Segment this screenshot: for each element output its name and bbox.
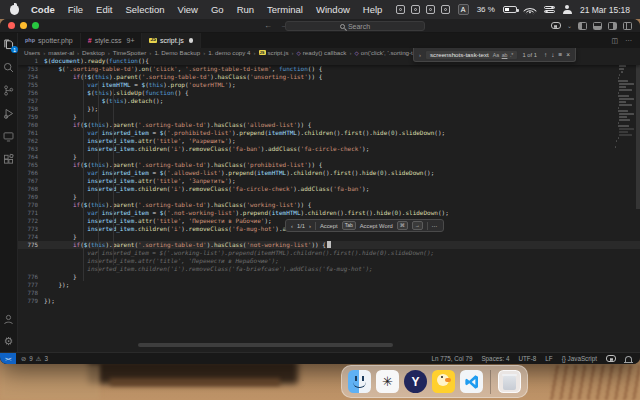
code-line[interactable]: 755 var itemHTML = $(this).prop('outerHT… — [18, 81, 640, 89]
menubar-clock[interactable]: 21 Mar 15:18 — [580, 5, 630, 15]
accept-word-button[interactable]: Accept Word — [360, 223, 393, 229]
code-line[interactable]: 767 inserted_item.attr('title', 'Запрети… — [18, 177, 640, 185]
status-spaces[interactable]: Spaces: 4 — [481, 355, 509, 362]
find-in-selection-icon[interactable]: ≡ — [558, 51, 562, 58]
close-find-icon[interactable]: × — [566, 51, 570, 58]
toggle-primary-sidebar-icon[interactable] — [578, 22, 587, 30]
dock-item-vscode[interactable] — [460, 370, 483, 393]
code-line[interactable]: 776 } — [18, 273, 640, 281]
suggestion-more-icon[interactable]: ⋯ — [432, 223, 438, 229]
tab-script.js[interactable]: JSscript.js — [142, 33, 201, 48]
toggle-secondary-sidebar-icon[interactable] — [608, 22, 617, 30]
code-line[interactable]: 760 if($(this).parent('.sorting-table-td… — [18, 121, 640, 129]
dock-item-trash[interactable] — [498, 370, 521, 393]
activity-search-icon[interactable] — [2, 61, 15, 74]
code-line[interactable]: 769 } — [18, 193, 640, 201]
more-actions-icon[interactable]: ⋯ — [625, 37, 632, 45]
breadcrumb-item[interactable]: master-al — [40, 49, 74, 56]
close-window-button[interactable] — [8, 22, 15, 29]
menubar-app-icon-2[interactable] — [411, 5, 420, 14]
modified-dot-icon[interactable] — [189, 38, 194, 43]
code-line[interactable]: 758 }); — [18, 105, 640, 113]
menu-go[interactable]: Go — [211, 4, 224, 15]
wifi-icon[interactable] — [525, 5, 536, 14]
control-center-icon[interactable] — [544, 5, 555, 14]
menu-terminal[interactable]: Terminal — [267, 4, 303, 15]
breadcrumb-item[interactable]: Desktop — [74, 49, 105, 56]
breadcrumb-item[interactable]: JSscript.js — [251, 49, 289, 56]
breadcrumb-item[interactable]: 1. demo copy 4 — [200, 49, 250, 56]
code-line[interactable]: 768 inserted_item.children('i').removeCl… — [18, 185, 640, 193]
code-line[interactable]: 764 } — [18, 153, 640, 161]
code-line[interactable]: inserted_item.children('i').removeClass(… — [18, 265, 640, 273]
dock-item-finder[interactable] — [348, 370, 371, 393]
horizontal-scrollbar[interactable] — [138, 343, 393, 347]
tab-style.css[interactable]: #style.css9+ — [81, 33, 143, 48]
activity-remote-explorer-icon[interactable] — [2, 130, 15, 143]
code-line[interactable]: 754 if(!$(this).parent('.sorting-table-t… — [18, 73, 640, 81]
toggle-replace-chevron-icon[interactable]: › — [419, 52, 421, 58]
status-ln[interactable]: Ln 775, Col 79 — [431, 355, 472, 362]
code-line[interactable]: 762 inserted_item.attr('title', 'Разреши… — [18, 137, 640, 145]
code-line[interactable]: 775 if($(this).parent('.sorting-table-td… — [18, 241, 640, 249]
copilot-icon[interactable] — [551, 22, 561, 29]
activity-source-control-icon[interactable] — [2, 84, 15, 97]
regex-icon[interactable]: .* — [510, 52, 513, 58]
menu-view[interactable]: View — [178, 4, 198, 15]
code-line[interactable]: 753 $('.sorting-table-td').on('click', '… — [18, 65, 640, 73]
activity-accounts-icon[interactable] — [2, 313, 15, 326]
menu-help[interactable]: Help — [363, 4, 383, 15]
copilot-chevron-icon[interactable]: ⌄ — [567, 22, 572, 29]
status-[interactable]: {} JavaScript — [562, 355, 597, 362]
user-switch-icon[interactable] — [563, 5, 572, 14]
find-input[interactable]: screenshots-task-text Aa ab .* — [425, 50, 518, 60]
code-line[interactable]: inserted_item.attr('title', 'Перенести в… — [18, 257, 640, 265]
menu-run[interactable]: Run — [237, 4, 254, 15]
code-line[interactable]: 761 var inserted_item = $('.prohibited-l… — [18, 129, 640, 137]
tab-spotter.php[interactable]: phpspotter.php — [18, 33, 81, 48]
code-line[interactable]: 757 $(this).detach(); — [18, 97, 640, 105]
activity-run-and-debug-icon[interactable] — [2, 107, 15, 120]
status-lf[interactable]: LF — [545, 355, 552, 362]
find-previous-icon[interactable]: ↑ — [544, 51, 547, 58]
menu-file[interactable]: File — [68, 4, 83, 15]
code-line[interactable]: 771 var inserted_item = $('.not-working-… — [18, 209, 640, 217]
code-editor[interactable]: 1$(document).ready(function(){ 753 $('.s… — [18, 57, 640, 352]
apple-menu-icon[interactable] — [10, 5, 19, 15]
code-line[interactable]: 763 inserted_item.children('i').removeCl… — [18, 145, 640, 153]
copilot-status-icon[interactable] — [606, 355, 616, 362]
menu-edit[interactable]: Edit — [96, 4, 112, 15]
whole-word-icon[interactable]: ab — [502, 52, 508, 58]
remote-indicator[interactable]: >< — [0, 353, 16, 364]
accept-suggestion-button[interactable]: Accept — [320, 223, 338, 229]
dock-item-chatgpt[interactable]: ✳ — [376, 370, 399, 393]
breadcrumb-item[interactable]: 1. Demo Backup — [146, 49, 200, 56]
battery-icon[interactable] — [503, 6, 517, 13]
breadcrumb-item[interactable]: Users — [24, 49, 40, 56]
zoom-window-button[interactable] — [32, 22, 39, 29]
status-utf[interactable]: UTF-8 — [518, 355, 536, 362]
suggestion-prev-icon[interactable]: ‹ — [291, 223, 293, 229]
code-line[interactable]: 778 — [18, 289, 640, 297]
dock-item-duck[interactable] — [432, 370, 455, 393]
code-line[interactable]: 759 } — [18, 113, 640, 121]
input-source-icon[interactable]: A — [458, 4, 469, 15]
match-case-icon[interactable]: Aa — [493, 52, 499, 58]
code-line[interactable]: 766 var inserted_item = $('.allowed-list… — [18, 169, 640, 177]
code-line[interactable]: 765 if($(this).parent('.sorting-table-td… — [18, 161, 640, 169]
suggestion-next-icon[interactable]: › — [309, 223, 311, 229]
breadcrumb-item[interactable]: TimeSpotter — [105, 49, 147, 56]
navigate-back-icon[interactable]: ← — [264, 21, 272, 30]
dock-item-yandex-browser[interactable]: Y — [404, 370, 427, 393]
activity-explorer-icon[interactable]: 1 — [2, 38, 15, 51]
menu-selection[interactable]: Selection — [125, 4, 164, 15]
command-center-search[interactable]: Search — [285, 21, 425, 31]
customize-layout-icon[interactable] — [623, 22, 632, 30]
code-line[interactable]: 770 if($(this).parent('.sorting-table-td… — [18, 201, 640, 209]
find-next-icon[interactable]: ↓ — [551, 51, 554, 58]
menubar-app-icon-4[interactable] — [441, 5, 450, 14]
toggle-panel-icon[interactable] — [593, 22, 602, 30]
activity-settings-icon[interactable]: ⚙ — [2, 335, 15, 348]
menu-window[interactable]: Window — [316, 4, 350, 15]
vertical-scrollbar[interactable] — [635, 57, 640, 352]
